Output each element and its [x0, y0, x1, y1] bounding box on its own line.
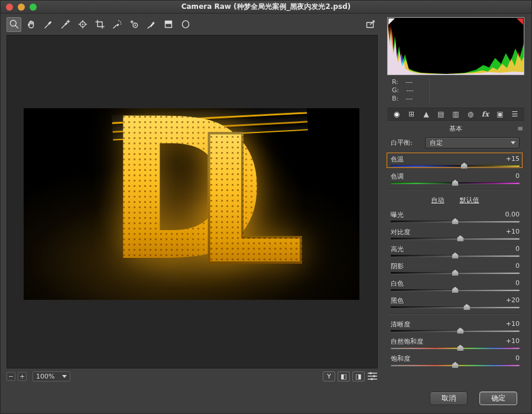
crop-tool-icon[interactable]: [92, 17, 107, 32]
slider-thumb[interactable]: [452, 218, 459, 224]
slider-value[interactable]: 0: [515, 262, 520, 270]
slider-thumb[interactable]: [452, 180, 459, 186]
vibrance-slider[interactable]: [391, 347, 520, 349]
ok-button[interactable]: 确定: [479, 392, 517, 405]
rgb-readout-area: R:--- G:--- B:---: [387, 78, 524, 104]
slider-value[interactable]: +10: [506, 337, 520, 345]
tab-presets-icon[interactable]: ☰: [508, 110, 521, 118]
slider-label: 对比度: [391, 228, 410, 235]
shadows-slider[interactable]: [391, 272, 520, 274]
slider-value[interactable]: 0: [515, 245, 520, 253]
slider-value[interactable]: +10: [506, 320, 520, 328]
section-header: 基本 ≡: [387, 122, 524, 134]
tab-lens-corrections-icon[interactable]: ◍: [464, 110, 477, 118]
close-window-button[interactable]: [6, 4, 13, 11]
hand-tool-icon[interactable]: [24, 17, 38, 32]
clarity-slider[interactable]: [391, 330, 520, 332]
slider-row-temperature: 色温 +15: [391, 155, 520, 167]
slider-row-shadows: 阴影 0: [391, 262, 520, 274]
before-after-left-button[interactable]: ◧: [338, 371, 350, 381]
slider-label: 饱和度: [391, 354, 410, 362]
histogram[interactable]: [387, 17, 524, 75]
radial-filter-tool-icon[interactable]: [178, 17, 193, 32]
temperature-slider[interactable]: [391, 165, 520, 167]
slider-label: 色调: [391, 172, 404, 180]
slider-label: 白色: [391, 279, 404, 287]
slider-value[interactable]: 0.00: [505, 211, 520, 218]
readout-green: G:---: [392, 86, 429, 95]
image-preview-area[interactable]: D L: [7, 35, 378, 368]
slider-value[interactable]: 0: [515, 354, 520, 362]
slider-thumb[interactable]: [461, 163, 468, 169]
tab-split-toning-icon[interactable]: ▥: [449, 110, 462, 118]
color-sampler-tool-icon[interactable]: [58, 17, 73, 32]
default-link[interactable]: 默认值: [460, 196, 479, 205]
slider-row-saturation: 饱和度 0: [391, 354, 520, 366]
camera-raw-dialog: Camera Raw (种梦全局光案例_黑夜内发光2.psd): [0, 0, 532, 414]
tab-camera-calibration-icon[interactable]: ▣: [494, 110, 507, 118]
tab-detail-icon[interactable]: ▲: [420, 110, 433, 118]
histogram-plot: [388, 18, 524, 75]
slider-label: 色温: [391, 155, 404, 163]
panel-menu-icon[interactable]: ≡: [517, 124, 523, 132]
targeted-adjustment-tool-icon[interactable]: [75, 17, 90, 32]
highlights-slider[interactable]: [391, 255, 520, 257]
slider-thumb[interactable]: [452, 270, 459, 276]
shadow-clipping-indicator[interactable]: [388, 18, 395, 25]
minimize-window-button[interactable]: [18, 4, 25, 11]
highlight-clipping-indicator[interactable]: [517, 18, 523, 25]
graduated-filter-tool-icon[interactable]: [161, 17, 176, 32]
slider-thumb[interactable]: [457, 328, 463, 334]
tab-effects-icon[interactable]: fx: [479, 110, 492, 118]
red-eye-tool-icon[interactable]: [126, 17, 141, 32]
contrast-slider[interactable]: [391, 238, 520, 240]
slider-row-clarity: 清晰度 +10: [391, 320, 520, 332]
adjustment-brush-tool-icon[interactable]: [144, 17, 158, 32]
slider-thumb[interactable]: [463, 304, 470, 310]
slider-thumb[interactable]: [452, 287, 459, 293]
section-title: 基本: [449, 124, 462, 133]
spot-removal-tool-icon[interactable]: [109, 17, 124, 32]
white-balance-row: 白平衡: 自定: [391, 137, 520, 148]
exposure-slider[interactable]: [391, 221, 520, 222]
auto-link[interactable]: 自动: [432, 196, 445, 205]
divider: [388, 313, 522, 315]
white-balance-tool-icon[interactable]: [41, 17, 56, 32]
artwork-letter-l: L: [193, 113, 306, 290]
tools-toolbar: [7, 14, 378, 35]
slider-value[interactable]: +15: [506, 155, 520, 163]
saturation-slider[interactable]: [391, 364, 520, 366]
blacks-slider[interactable]: [391, 306, 520, 308]
slider-value[interactable]: 0: [515, 172, 520, 180]
slider-value[interactable]: 0: [515, 279, 520, 287]
slider-thumb[interactable]: [452, 362, 459, 368]
slider-label: 黑色: [391, 296, 404, 304]
tab-tone-curve-icon[interactable]: ⊞: [405, 110, 418, 118]
slider-label: 高光: [391, 245, 404, 253]
slider-thumb[interactable]: [457, 235, 463, 241]
cancel-button[interactable]: 取消: [430, 392, 468, 405]
white-balance-select[interactable]: 自定: [425, 137, 520, 148]
zoom-out-button[interactable]: −: [7, 372, 15, 381]
zoom-level-select[interactable]: 100%: [33, 371, 70, 381]
slider-value[interactable]: +10: [506, 228, 520, 235]
zoom-tool-icon[interactable]: [7, 17, 21, 32]
fullscreen-toggle-icon[interactable]: [363, 17, 378, 32]
zoom-in-button[interactable]: +: [18, 372, 27, 381]
preview-mode-button[interactable]: Y: [323, 371, 335, 381]
tint-slider[interactable]: [391, 182, 520, 184]
before-after-right-button[interactable]: ◨: [352, 371, 365, 381]
slider-value[interactable]: +20: [506, 296, 520, 304]
tab-hsl-icon[interactable]: ▤: [434, 110, 447, 118]
whites-slider[interactable]: [391, 289, 520, 291]
preview-settings-icon[interactable]: [367, 371, 378, 381]
zoom-level-value: 100%: [36, 373, 54, 380]
slider-thumb[interactable]: [457, 345, 463, 351]
panel-tabs: ◉ ⊞ ▲ ▤ ▥ ◍ fx ▣ ☰: [387, 108, 524, 121]
chevron-down-icon: [62, 375, 67, 378]
zoom-window-button[interactable]: [30, 4, 37, 11]
preview-image[interactable]: D L: [24, 108, 359, 300]
slider-row-whites: 白色 0: [391, 279, 520, 291]
tab-basic-icon[interactable]: ◉: [390, 110, 403, 118]
slider-thumb[interactable]: [452, 253, 459, 258]
